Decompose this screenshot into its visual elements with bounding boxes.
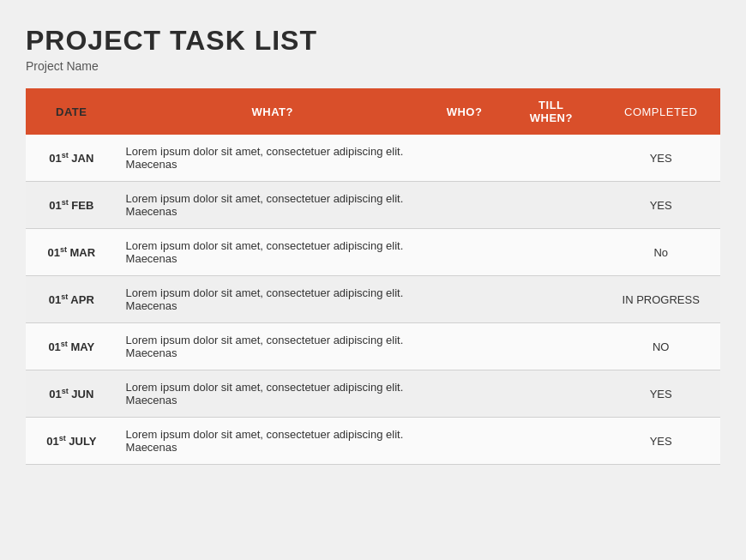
table-row: 01st JUNLorem ipsum dolor sit amet, cons…: [26, 370, 720, 418]
project-name: Project Name: [26, 59, 720, 73]
cell-till-when: [501, 418, 601, 465]
col-header-date: DATE: [26, 88, 117, 135]
col-header-completed: COMPLETED: [601, 88, 720, 135]
cell-completed: YES: [601, 418, 720, 465]
cell-date: 01st APR: [26, 276, 117, 323]
cell-till-when: [501, 323, 601, 370]
cell-what: Lorem ipsum dolor sit amet, consectetuer…: [117, 229, 428, 276]
page-title: PROJECT TASK LIST: [26, 26, 720, 56]
cell-who: [428, 276, 501, 323]
cell-what: Lorem ipsum dolor sit amet, consectetuer…: [117, 323, 428, 370]
cell-till-when: [501, 182, 601, 229]
cell-till-when: [501, 276, 601, 323]
table-row: 01st MARLorem ipsum dolor sit amet, cons…: [26, 229, 720, 276]
page-container: PROJECT TASK LIST Project Name DATE WHAT…: [0, 0, 746, 560]
cell-date: 01st JULY: [26, 418, 117, 465]
cell-who: [428, 135, 501, 182]
task-table: DATE WHAT? WHO? TILLWHEN? COMPLETED 01st…: [26, 88, 720, 465]
cell-who: [428, 370, 501, 418]
cell-completed: YES: [601, 135, 720, 182]
col-header-what: WHAT?: [117, 88, 428, 135]
table-row: 01st JULYLorem ipsum dolor sit amet, con…: [26, 418, 720, 465]
cell-date: 01st MAR: [26, 229, 117, 276]
cell-completed: NO: [601, 323, 720, 370]
col-header-till-when: TILLWHEN?: [501, 88, 601, 135]
table-row: 01st JANLorem ipsum dolor sit amet, cons…: [26, 135, 720, 182]
cell-what: Lorem ipsum dolor sit amet, consectetuer…: [117, 135, 428, 182]
cell-completed: YES: [601, 370, 720, 418]
table-row: 01st FEBLorem ipsum dolor sit amet, cons…: [26, 182, 720, 229]
cell-who: [428, 182, 501, 229]
cell-what: Lorem ipsum dolor sit amet, consectetuer…: [117, 182, 428, 229]
cell-what: Lorem ipsum dolor sit amet, consectetuer…: [117, 418, 428, 465]
cell-date: 01st JAN: [26, 135, 117, 182]
cell-completed: YES: [601, 182, 720, 229]
cell-what: Lorem ipsum dolor sit amet, consectetuer…: [117, 276, 428, 323]
cell-what: Lorem ipsum dolor sit amet, consectetuer…: [117, 370, 428, 418]
cell-till-when: [501, 135, 601, 182]
cell-completed: No: [601, 229, 720, 276]
cell-who: [428, 229, 501, 276]
cell-who: [428, 418, 501, 465]
table-body: 01st JANLorem ipsum dolor sit amet, cons…: [26, 135, 720, 465]
table-header-row: DATE WHAT? WHO? TILLWHEN? COMPLETED: [26, 88, 720, 135]
cell-till-when: [501, 229, 601, 276]
cell-till-when: [501, 370, 601, 418]
cell-date: 01st FEB: [26, 182, 117, 229]
table-row: 01st MAYLorem ipsum dolor sit amet, cons…: [26, 323, 720, 370]
table-row: 01st APRLorem ipsum dolor sit amet, cons…: [26, 276, 720, 323]
cell-completed: IN PROGRESS: [601, 276, 720, 323]
cell-date: 01st JUN: [26, 370, 117, 418]
cell-who: [428, 323, 501, 370]
cell-date: 01st MAY: [26, 323, 117, 370]
col-header-who: WHO?: [428, 88, 501, 135]
